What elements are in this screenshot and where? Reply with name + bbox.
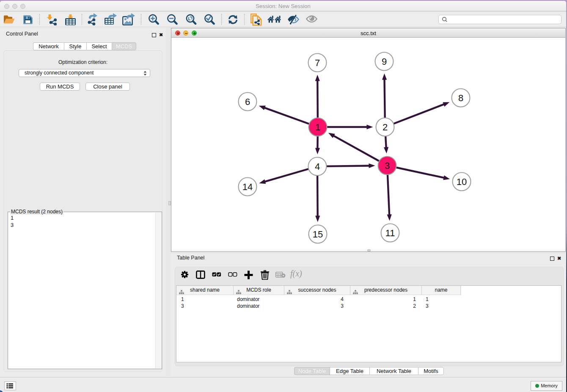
- svg-text:3: 3: [385, 160, 390, 171]
- svg-text:14: 14: [242, 182, 253, 192]
- svg-text:7: 7: [315, 58, 320, 68]
- svg-text:9: 9: [382, 56, 387, 67]
- svg-text:6: 6: [245, 97, 250, 107]
- svg-text:4: 4: [315, 161, 320, 172]
- svg-text:11: 11: [385, 228, 395, 238]
- svg-text:15: 15: [313, 229, 323, 240]
- svg-text:2: 2: [383, 122, 388, 133]
- svg-text:10: 10: [457, 177, 467, 187]
- svg-text:8: 8: [458, 93, 463, 103]
- svg-text:1: 1: [315, 122, 320, 133]
